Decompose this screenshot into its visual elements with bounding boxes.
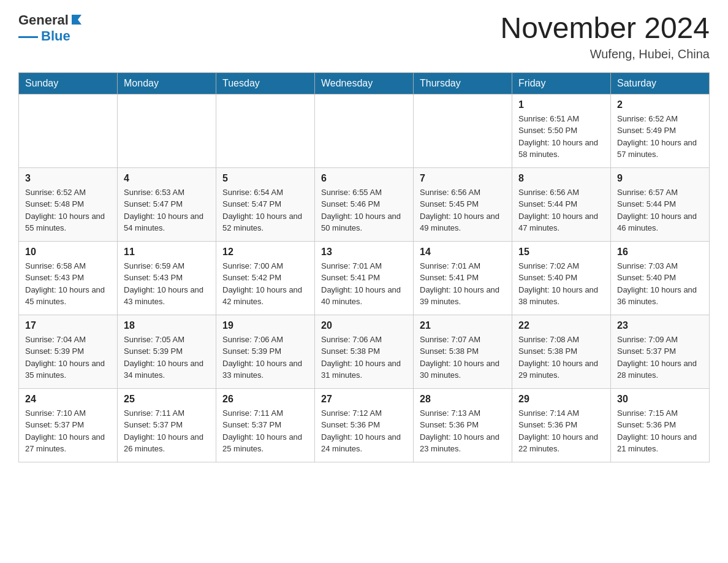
day-number: 22 xyxy=(518,320,604,331)
day-info: Sunrise: 7:02 AM Sunset: 5:40 PM Dayligh… xyxy=(518,260,604,308)
day-number: 23 xyxy=(617,320,703,331)
day-number: 18 xyxy=(124,320,210,331)
day-number: 13 xyxy=(321,247,407,258)
day-number: 25 xyxy=(124,394,210,405)
calendar-week-row: 17Sunrise: 7:04 AM Sunset: 5:39 PM Dayli… xyxy=(19,315,710,388)
calendar-cell: 21Sunrise: 7:07 AM Sunset: 5:38 PM Dayli… xyxy=(414,315,512,388)
calendar-cell: 9Sunrise: 6:57 AM Sunset: 5:44 PM Daylig… xyxy=(611,167,710,241)
day-number: 5 xyxy=(222,173,308,184)
calendar-cell: 10Sunrise: 6:58 AM Sunset: 5:43 PM Dayli… xyxy=(19,241,118,315)
day-info: Sunrise: 6:54 AM Sunset: 5:47 PM Dayligh… xyxy=(222,186,308,234)
day-info: Sunrise: 6:55 AM Sunset: 5:46 PM Dayligh… xyxy=(321,186,407,234)
day-info: Sunrise: 7:05 AM Sunset: 5:39 PM Dayligh… xyxy=(124,334,210,381)
day-info: Sunrise: 6:56 AM Sunset: 5:45 PM Dayligh… xyxy=(420,186,506,234)
calendar-cell xyxy=(414,94,512,167)
logo-flag-icon xyxy=(70,12,84,26)
day-info: Sunrise: 6:51 AM Sunset: 5:50 PM Dayligh… xyxy=(518,113,604,161)
calendar-cell: 12Sunrise: 7:00 AM Sunset: 5:42 PM Dayli… xyxy=(216,241,315,315)
day-info: Sunrise: 6:52 AM Sunset: 5:49 PM Dayligh… xyxy=(617,113,703,161)
day-info: Sunrise: 7:14 AM Sunset: 5:36 PM Dayligh… xyxy=(518,407,604,455)
day-number: 16 xyxy=(617,247,703,258)
calendar-cell: 16Sunrise: 7:03 AM Sunset: 5:40 PM Dayli… xyxy=(611,241,710,315)
calendar-cell: 2Sunrise: 6:52 AM Sunset: 5:49 PM Daylig… xyxy=(611,94,710,167)
column-header-monday: Monday xyxy=(118,72,216,94)
day-info: Sunrise: 7:07 AM Sunset: 5:38 PM Dayligh… xyxy=(420,334,506,381)
calendar-table: SundayMondayTuesdayWednesdayThursdayFrid… xyxy=(18,72,710,462)
day-info: Sunrise: 7:13 AM Sunset: 5:36 PM Dayligh… xyxy=(420,407,506,455)
calendar-cell: 23Sunrise: 7:09 AM Sunset: 5:37 PM Dayli… xyxy=(611,315,710,388)
calendar-cell: 4Sunrise: 6:53 AM Sunset: 5:47 PM Daylig… xyxy=(118,167,216,241)
calendar-cell: 6Sunrise: 6:55 AM Sunset: 5:46 PM Daylig… xyxy=(315,167,414,241)
day-info: Sunrise: 7:06 AM Sunset: 5:38 PM Dayligh… xyxy=(321,334,407,381)
day-number: 4 xyxy=(124,173,210,184)
calendar-cell: 11Sunrise: 6:59 AM Sunset: 5:43 PM Dayli… xyxy=(118,241,216,315)
calendar-cell: 22Sunrise: 7:08 AM Sunset: 5:38 PM Dayli… xyxy=(512,315,611,388)
day-info: Sunrise: 7:08 AM Sunset: 5:38 PM Dayligh… xyxy=(518,334,604,381)
column-header-tuesday: Tuesday xyxy=(216,72,315,94)
calendar-cell: 13Sunrise: 7:01 AM Sunset: 5:41 PM Dayli… xyxy=(315,241,414,315)
day-number: 30 xyxy=(617,394,703,405)
day-number: 14 xyxy=(420,247,506,258)
day-info: Sunrise: 7:12 AM Sunset: 5:36 PM Dayligh… xyxy=(321,407,407,455)
day-info: Sunrise: 7:15 AM Sunset: 5:36 PM Dayligh… xyxy=(617,407,703,455)
day-number: 1 xyxy=(518,99,604,110)
logo-underline xyxy=(18,36,38,38)
calendar-cell: 28Sunrise: 7:13 AM Sunset: 5:36 PM Dayli… xyxy=(414,388,512,462)
day-number: 21 xyxy=(420,320,506,331)
calendar-cell xyxy=(216,94,315,167)
calendar-week-row: 24Sunrise: 7:10 AM Sunset: 5:37 PM Dayli… xyxy=(19,388,710,462)
day-number: 10 xyxy=(25,247,111,258)
day-number: 29 xyxy=(518,394,604,405)
logo: General Blue xyxy=(18,12,84,44)
calendar-cell xyxy=(118,94,216,167)
day-number: 24 xyxy=(25,394,111,405)
calendar-cell: 5Sunrise: 6:54 AM Sunset: 5:47 PM Daylig… xyxy=(216,167,315,241)
calendar-cell xyxy=(19,94,118,167)
logo-general-text: General xyxy=(18,12,69,28)
day-info: Sunrise: 7:01 AM Sunset: 5:41 PM Dayligh… xyxy=(321,260,407,308)
day-number: 19 xyxy=(222,320,308,331)
day-info: Sunrise: 6:57 AM Sunset: 5:44 PM Dayligh… xyxy=(617,186,703,234)
column-header-sunday: Sunday xyxy=(19,72,118,94)
title-area: November 2024 Wufeng, Hubei, China xyxy=(500,12,710,61)
calendar-cell: 20Sunrise: 7:06 AM Sunset: 5:38 PM Dayli… xyxy=(315,315,414,388)
day-info: Sunrise: 7:00 AM Sunset: 5:42 PM Dayligh… xyxy=(222,260,308,308)
month-title: November 2024 xyxy=(500,12,710,45)
calendar-cell: 19Sunrise: 7:06 AM Sunset: 5:39 PM Dayli… xyxy=(216,315,315,388)
calendar-week-row: 10Sunrise: 6:58 AM Sunset: 5:43 PM Dayli… xyxy=(19,241,710,315)
calendar-cell: 24Sunrise: 7:10 AM Sunset: 5:37 PM Dayli… xyxy=(19,388,118,462)
day-number: 8 xyxy=(518,173,604,184)
calendar-cell: 7Sunrise: 6:56 AM Sunset: 5:45 PM Daylig… xyxy=(414,167,512,241)
calendar-cell: 26Sunrise: 7:11 AM Sunset: 5:37 PM Dayli… xyxy=(216,388,315,462)
calendar-week-row: 3Sunrise: 6:52 AM Sunset: 5:48 PM Daylig… xyxy=(19,167,710,241)
day-info: Sunrise: 7:03 AM Sunset: 5:40 PM Dayligh… xyxy=(617,260,703,308)
day-info: Sunrise: 7:10 AM Sunset: 5:37 PM Dayligh… xyxy=(25,407,111,455)
calendar-cell: 27Sunrise: 7:12 AM Sunset: 5:36 PM Dayli… xyxy=(315,388,414,462)
day-info: Sunrise: 6:53 AM Sunset: 5:47 PM Dayligh… xyxy=(124,186,210,234)
calendar-cell: 15Sunrise: 7:02 AM Sunset: 5:40 PM Dayli… xyxy=(512,241,611,315)
page-header: General Blue November 2024 Wufeng, Hubei… xyxy=(18,12,710,61)
day-number: 12 xyxy=(222,247,308,258)
day-info: Sunrise: 7:01 AM Sunset: 5:41 PM Dayligh… xyxy=(420,260,506,308)
day-info: Sunrise: 7:11 AM Sunset: 5:37 PM Dayligh… xyxy=(124,407,210,455)
day-info: Sunrise: 7:06 AM Sunset: 5:39 PM Dayligh… xyxy=(222,334,308,381)
day-number: 15 xyxy=(518,247,604,258)
day-number: 17 xyxy=(25,320,111,331)
column-header-friday: Friday xyxy=(512,72,611,94)
day-number: 3 xyxy=(25,173,111,184)
day-info: Sunrise: 7:04 AM Sunset: 5:39 PM Dayligh… xyxy=(25,334,111,381)
day-number: 9 xyxy=(617,173,703,184)
column-header-thursday: Thursday xyxy=(414,72,512,94)
calendar-cell: 30Sunrise: 7:15 AM Sunset: 5:36 PM Dayli… xyxy=(611,388,710,462)
calendar-cell: 18Sunrise: 7:05 AM Sunset: 5:39 PM Dayli… xyxy=(118,315,216,388)
day-number: 20 xyxy=(321,320,407,331)
svg-marker-0 xyxy=(72,15,82,25)
calendar-cell: 8Sunrise: 6:56 AM Sunset: 5:44 PM Daylig… xyxy=(512,167,611,241)
column-header-wednesday: Wednesday xyxy=(315,72,414,94)
day-number: 7 xyxy=(420,173,506,184)
calendar-header-row: SundayMondayTuesdayWednesdayThursdayFrid… xyxy=(19,72,710,94)
day-number: 2 xyxy=(617,99,703,110)
calendar-cell xyxy=(315,94,414,167)
calendar-cell: 25Sunrise: 7:11 AM Sunset: 5:37 PM Dayli… xyxy=(118,388,216,462)
calendar-cell: 17Sunrise: 7:04 AM Sunset: 5:39 PM Dayli… xyxy=(19,315,118,388)
